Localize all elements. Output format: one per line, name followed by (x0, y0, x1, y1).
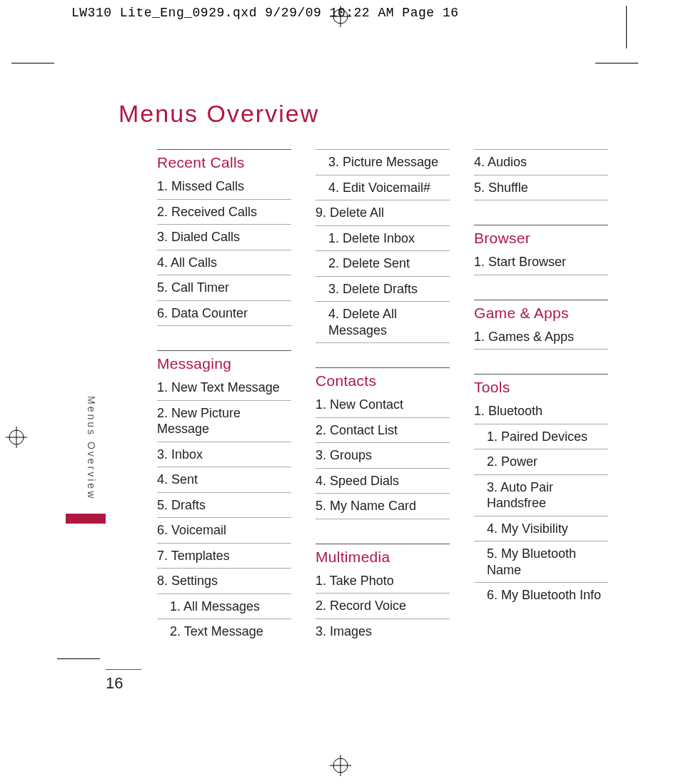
list-item-sub: 3. Auto Pair Handsfree (474, 475, 608, 516)
list-item: 3. Images (316, 619, 450, 644)
list-item-sub: 1. All Messages (157, 594, 291, 620)
list-item-sub: 2. Text Message (157, 619, 291, 644)
registration-mark-bottom (330, 755, 351, 776)
list-item: 5. Drafts (157, 493, 291, 519)
page-title: Menus Overview (118, 100, 642, 128)
list-item: 1. Games & Apps (474, 325, 608, 350)
list-item-sub: 3. Delete Drafts (316, 277, 450, 302)
list-item: 5. Call Timer (157, 275, 291, 301)
list-item-sub: 1. Paired Devices (474, 424, 608, 450)
list-item: 1. Missed Calls (157, 174, 291, 200)
list-item: 1. New Contact (316, 392, 450, 418)
list-item-sub: 3. Picture Message (316, 149, 450, 175)
list-item-sub: 6. My Bluetooth Info (474, 583, 608, 608)
column-1: Recent Calls 1. Missed Calls 2. Received… (157, 149, 291, 644)
section-tools: Tools (474, 374, 608, 399)
page-number: 16 (106, 674, 123, 693)
section-game-apps: Game & Apps (474, 300, 608, 325)
section-recent-calls: Recent Calls (157, 149, 291, 174)
list-item: 1. Start Browser (474, 250, 608, 275)
crop-mark (626, 6, 627, 49)
list-item: 7. Templates (157, 544, 291, 569)
crop-mark (11, 63, 54, 63)
list-item: 2. Record Voice (316, 594, 450, 619)
list-item: 6. Voicemail (157, 518, 291, 544)
section-multimedia: Multimedia (316, 544, 450, 569)
list-item-sub: 1. Delete Inbox (316, 226, 450, 252)
column-2: 3. Picture Message 4. Edit Voicemail# 9.… (316, 149, 450, 644)
crop-mark (57, 658, 100, 659)
crop-mark (595, 63, 638, 63)
list-item: 4. All Calls (157, 250, 291, 276)
list-item-sub: 5. My Bluetooth Name (474, 541, 608, 583)
list-item: 3. Inbox (157, 442, 291, 468)
list-item: 4. Audios (474, 149, 608, 175)
list-item-sub: 4. Delete All Messages (316, 302, 450, 343)
list-item: 1. Bluetooth (474, 399, 608, 424)
section-browser: Browser (474, 225, 608, 250)
section-contacts: Contacts (316, 367, 450, 392)
page-content: Menus Overview Recent Calls 1. Missed Ca… (86, 71, 642, 644)
list-item-sub: 2. Delete Sent (316, 251, 450, 277)
list-item: 2. New Picture Message (157, 401, 291, 442)
list-item: 5. Shuffle (474, 175, 608, 201)
registration-mark-top (330, 6, 351, 27)
list-item: 2. Contact List (316, 418, 450, 444)
columns: Recent Calls 1. Missed Calls 2. Received… (157, 149, 642, 644)
registration-mark-left (6, 427, 27, 448)
column-3: 4. Audios 5. Shuffle Browser 1. Start Br… (474, 149, 608, 644)
list-item: 1. Take Photo (316, 569, 450, 594)
list-item-sub: 4. Edit Voicemail# (316, 175, 450, 201)
list-item: 6. Data Counter (157, 301, 291, 327)
list-item: 9. Delete All (316, 200, 450, 226)
list-item: 5. My Name Card (316, 494, 450, 519)
section-messaging: Messaging (157, 350, 291, 375)
list-item: 3. Groups (316, 443, 450, 469)
page-number-rule (106, 669, 141, 670)
list-item: 2. Received Calls (157, 200, 291, 225)
list-item-sub: 2. Power (474, 449, 608, 475)
list-item-sub: 4. My Visibility (474, 516, 608, 542)
list-item: 8. Settings (157, 569, 291, 594)
list-item: 3. Dialed Calls (157, 225, 291, 250)
header-slug: LW310 Lite_Eng_0929.qxd 9/29/09 10:22 AM… (71, 6, 458, 20)
list-item: 4. Sent (157, 467, 291, 493)
list-item: 4. Speed Dials (316, 469, 450, 494)
list-item: 1. New Text Message (157, 375, 291, 401)
